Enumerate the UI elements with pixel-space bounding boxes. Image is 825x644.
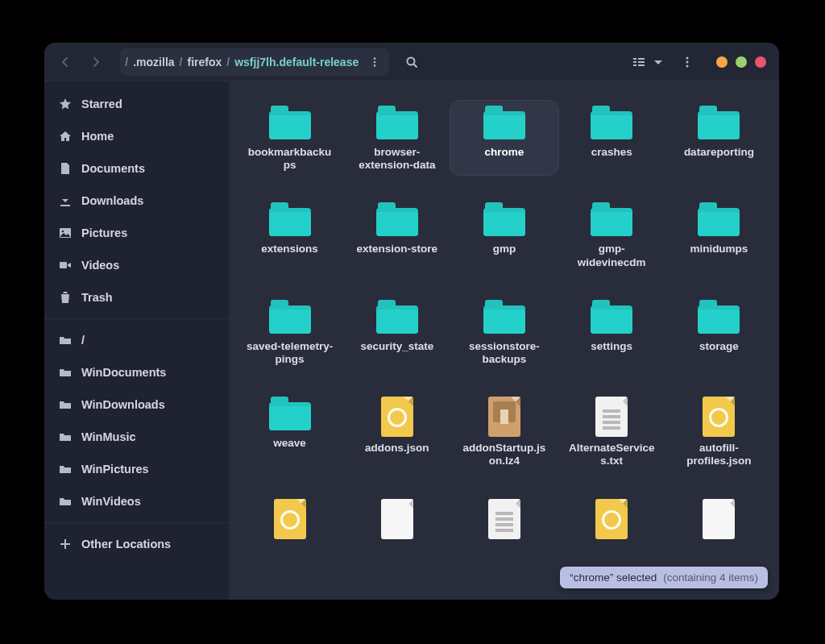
window-minimize[interactable] — [716, 56, 728, 68]
file-item[interactable]: AlternateServices.txt — [558, 392, 665, 471]
item-label: saved-telemetry-pings — [246, 340, 334, 366]
sidebar-separator — [44, 318, 229, 319]
svg-rect-4 — [633, 58, 636, 60]
folder-item[interactable]: datareporting — [665, 101, 773, 175]
view-mode-dropdown[interactable] — [628, 49, 670, 75]
folder-item[interactable]: bookmarkbackups — [236, 101, 343, 175]
folder-item[interactable]: extensions — [236, 197, 343, 272]
folder-item[interactable]: browser-extension-data — [343, 101, 450, 175]
folder-icon — [698, 300, 740, 334]
breadcrumb[interactable]: ne/.mozilla/firefox/wsfjj7lh.default-rel… — [120, 48, 389, 76]
folder-item[interactable]: chrome — [450, 101, 558, 175]
svg-rect-15 — [60, 262, 67, 268]
item-label: gmp-widevinecdm — [567, 243, 656, 268]
file-icon — [488, 397, 520, 437]
content-area: bookmarkbackupsbrowser-extension-datachr… — [230, 81, 779, 600]
sidebar-item[interactable]: Home — [44, 120, 229, 152]
search-button[interactable] — [399, 49, 425, 75]
folder-item[interactable]: gmp-widevinecdm — [558, 197, 665, 272]
back-button[interactable] — [52, 49, 78, 75]
item-label: minidumps — [690, 243, 748, 256]
file-icon — [703, 499, 735, 539]
file-item[interactable] — [343, 494, 450, 547]
sidebar-item[interactable]: WinVideos — [44, 485, 229, 517]
breadcrumb-segment[interactable]: wsfjj7lh.default-release — [230, 56, 363, 69]
svg-point-14 — [62, 231, 64, 233]
item-label: datareporting — [684, 146, 754, 159]
item-label: crashes — [591, 146, 632, 159]
icon-grid[interactable]: bookmarkbackupsbrowser-extension-datachr… — [230, 81, 779, 600]
sidebar-item[interactable]: Downloads — [44, 185, 229, 217]
item-label: extensions — [261, 243, 318, 256]
item-label: sessionstore-backups — [460, 340, 549, 366]
folder-icon — [591, 300, 632, 334]
file-icon — [595, 499, 628, 539]
item-label: bookmarkbackups — [246, 146, 334, 172]
sidebar-item-label: WinVideos — [81, 495, 141, 508]
folder-icon — [269, 300, 311, 334]
folder-icon — [698, 202, 740, 236]
svg-point-10 — [686, 56, 689, 59]
window-close[interactable] — [755, 56, 766, 68]
sidebar-item-label: Trash — [81, 291, 113, 304]
sidebar-item[interactable]: WinPictures — [44, 453, 229, 485]
file-item[interactable] — [236, 494, 343, 547]
sidebar-item[interactable]: / — [44, 324, 229, 356]
sidebar-item-label: Home — [81, 130, 114, 143]
folder-item[interactable]: saved-telemetry-pings — [236, 295, 343, 369]
file-item[interactable]: autofill-profiles.json — [665, 392, 773, 471]
folder-item[interactable]: gmp — [450, 197, 558, 272]
sidebar-item[interactable]: Documents — [44, 152, 229, 185]
sidebar: StarredHomeDocumentsDownloadsPicturesVid… — [44, 81, 230, 600]
sidebar-item[interactable]: WinDownloads — [44, 388, 229, 421]
file-item[interactable] — [558, 494, 665, 547]
window-controls — [716, 56, 766, 68]
folder-item[interactable]: settings — [558, 295, 665, 369]
item-label: security_state — [360, 340, 433, 353]
sidebar-item-label: / — [81, 334, 85, 347]
svg-rect-8 — [638, 61, 645, 63]
folder-item[interactable]: crashes — [558, 101, 665, 175]
forward-button[interactable] — [83, 49, 109, 75]
sidebar-item[interactable]: Videos — [44, 249, 229, 281]
sidebar-separator — [44, 522, 229, 523]
file-icon — [488, 499, 520, 539]
hamburger-menu[interactable] — [674, 49, 700, 75]
sidebar-item-label: Other Locations — [81, 538, 171, 551]
sidebar-item-label: Downloads — [81, 194, 143, 207]
folder-item[interactable]: sessionstore-backups — [450, 295, 558, 369]
folder-item[interactable]: extension-store — [343, 197, 450, 272]
sidebar-item[interactable]: WinMusic — [44, 421, 229, 453]
sidebar-item-label: Documents — [81, 162, 145, 175]
breadcrumb-segment[interactable]: firefox — [182, 56, 226, 69]
window-maximize[interactable] — [736, 56, 747, 68]
file-item[interactable]: addonStartup.json.lz4 — [450, 392, 558, 471]
folder-item[interactable]: minidumps — [665, 197, 773, 272]
item-label: addons.json — [365, 442, 429, 455]
breadcrumb-segment[interactable]: ne — [120, 56, 125, 69]
breadcrumb-menu[interactable] — [363, 51, 386, 73]
sidebar-other-locations[interactable]: Other Locations — [44, 528, 229, 560]
svg-point-2 — [374, 64, 376, 67]
folder-icon — [483, 106, 525, 139]
file-item[interactable]: addons.json — [343, 392, 450, 471]
folder-icon — [376, 106, 418, 139]
svg-point-3 — [408, 57, 415, 64]
headerbar: ne/.mozilla/firefox/wsfjj7lh.default-rel… — [44, 43, 779, 81]
svg-point-1 — [374, 60, 376, 63]
folder-icon — [698, 106, 740, 139]
file-icon — [381, 397, 413, 437]
sidebar-item[interactable]: Starred — [44, 88, 229, 120]
svg-point-0 — [374, 57, 376, 60]
file-item[interactable] — [665, 494, 773, 547]
breadcrumb-segment[interactable]: .mozilla — [128, 56, 179, 69]
folder-item[interactable]: security_state — [343, 295, 450, 369]
item-label: chrome — [485, 146, 524, 159]
sidebar-item[interactable]: Pictures — [44, 217, 229, 249]
folder-item[interactable]: weave — [236, 392, 343, 471]
sidebar-item[interactable]: WinDocuments — [44, 356, 229, 388]
folder-item[interactable]: storage — [665, 295, 773, 369]
file-item[interactable] — [450, 494, 558, 547]
sidebar-item[interactable]: Trash — [44, 281, 229, 314]
status-main: “chrome” selected — [570, 571, 657, 584]
